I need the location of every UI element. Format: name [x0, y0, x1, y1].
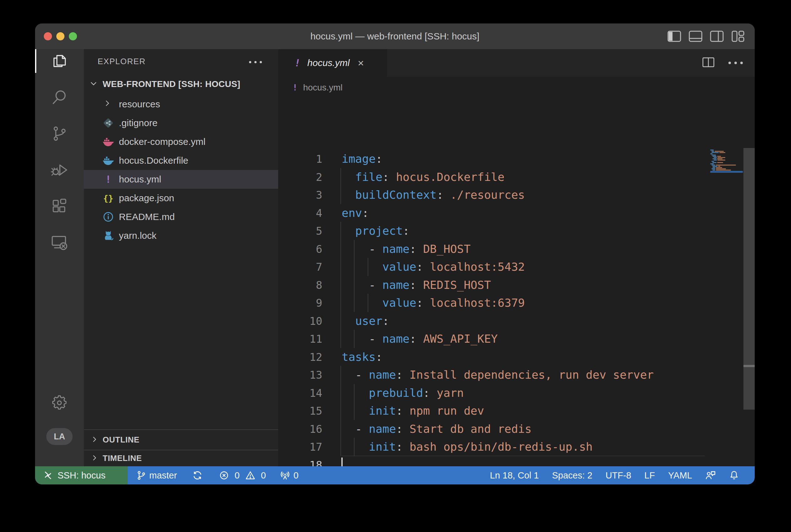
indentation[interactable]: Spaces: 2 — [552, 470, 592, 481]
status-bar: SSH: hocus master 0 0 — [35, 466, 755, 484]
code-line-6[interactable]: 6 - name: DB_HOST — [278, 240, 755, 258]
eol[interactable]: LF — [644, 470, 655, 481]
indent-guide — [341, 168, 341, 186]
activity-bar-search[interactable] — [35, 82, 84, 112]
indent-guide — [341, 222, 341, 240]
close-tab-icon[interactable]: × — [358, 58, 364, 68]
code-line-17[interactable]: 17 init: bash ops/bin/db-redis-up.sh — [278, 438, 755, 456]
indent-guide — [341, 258, 341, 276]
ports-indicator[interactable]: 0 — [280, 470, 298, 481]
tab-label: hocus.yml — [307, 58, 349, 68]
tab-hocus-yml[interactable]: ! hocus.yml × — [278, 49, 387, 77]
activity-bar-source-control[interactable] — [35, 119, 84, 149]
line-number: 4 — [278, 204, 322, 222]
file-name: package.json — [119, 193, 174, 204]
code-line-3[interactable]: 3 buildContext: ./resources — [278, 186, 755, 204]
file-name: docker-compose.yml — [119, 136, 206, 147]
line-number: 10 — [278, 312, 322, 330]
split-editor-icon[interactable] — [702, 57, 715, 69]
branch-indicator[interactable]: master — [136, 470, 177, 481]
code-line-13[interactable]: 13 - name: Install dependencies, run dev… — [278, 366, 755, 384]
sync-indicator[interactable] — [192, 470, 203, 481]
indent-guide — [341, 420, 341, 438]
line-content: project: — [342, 222, 410, 240]
docker-file-icon — [102, 154, 115, 167]
account-avatar[interactable]: LA — [46, 428, 73, 445]
code-line-16[interactable]: 16 - name: Start db and redis — [278, 420, 755, 438]
code-line-14[interactable]: 14 prebuild: yarn — [278, 384, 755, 402]
timeline-label: TIMELINE — [103, 453, 142, 463]
file-tree: resources.gitignoredocker-compose.ymlhoc… — [84, 95, 278, 245]
code-line-9[interactable]: 9 value: localhost:6379 — [278, 294, 755, 312]
chevron-right-icon — [91, 436, 98, 444]
code-line-1[interactable]: 1image: — [278, 150, 755, 168]
breadcrumb-file: hocus.yml — [303, 83, 343, 93]
tree-item-hocus-dockerfile[interactable]: hocus.Dockerfile — [84, 151, 278, 170]
toggle-sidebar-icon[interactable] — [667, 30, 681, 42]
explorer-more-actions-icon[interactable] — [249, 61, 262, 63]
code-line-12[interactable]: 12tasks: — [278, 348, 755, 366]
yaml-file-icon: ! — [102, 173, 115, 186]
tree-item-yarn-lock[interactable]: yarn.lock — [84, 226, 278, 245]
outline-section-header[interactable]: OUTLINE — [84, 429, 278, 450]
encoding[interactable]: UTF-8 — [605, 470, 631, 481]
tree-item-hocus-yml[interactable]: !hocus.yml — [84, 170, 278, 189]
line-number: 7 — [278, 258, 322, 276]
code-line-11[interactable]: 11 - name: AWS_API_KEY — [278, 330, 755, 348]
toggle-panel-icon[interactable] — [688, 30, 703, 42]
timeline-section-header[interactable]: TIMELINE — [84, 450, 278, 466]
indent-guide — [341, 312, 341, 330]
tree-item-docker-compose-yml[interactable]: docker-compose.yml — [84, 132, 278, 151]
problems-indicator[interactable]: 0 0 — [219, 470, 266, 481]
code-line-8[interactable]: 8 - name: REDIS_HOST — [278, 276, 755, 294]
activity-bar-extensions[interactable] — [35, 191, 84, 221]
settings-gear-icon[interactable] — [35, 389, 84, 417]
code-editor[interactable]: 1image:2 file: hocus.Dockerfile3 buildCo… — [278, 99, 755, 466]
git-file-icon — [102, 117, 115, 129]
remote-indicator[interactable]: SSH: hocus — [35, 466, 128, 484]
more-actions-icon[interactable] — [729, 62, 743, 64]
root-folder-label: WEB-FRONTEND [SSH: HOCUS] — [103, 79, 240, 89]
scrollbar-thumb[interactable] — [744, 148, 755, 410]
line-number: 5 — [278, 222, 322, 240]
code-line-2[interactable]: 2 file: hocus.Dockerfile — [278, 168, 755, 186]
feedback-icon[interactable] — [705, 470, 716, 481]
info-file-icon — [102, 211, 115, 223]
indent-guide — [341, 384, 341, 402]
code-line-10[interactable]: 10 user: — [278, 312, 755, 330]
tree-item-resources[interactable]: resources — [84, 95, 278, 114]
chevron-right-icon — [91, 454, 98, 463]
activity-bar-explorer[interactable] — [35, 46, 84, 76]
minimap[interactable] — [710, 150, 743, 244]
line-number: 14 — [278, 384, 322, 402]
breadcrumb[interactable]: ! hocus.yml — [278, 77, 755, 99]
line-number: 6 — [278, 240, 322, 258]
chevron-right-icon — [103, 99, 111, 110]
line-number: 15 — [278, 402, 322, 420]
code-line-7[interactable]: 7 value: localhost:5432 — [278, 258, 755, 276]
line-content: - name: REDIS_HOST — [342, 276, 491, 294]
line-content: init: bash ops/bin/db-redis-up.sh — [342, 438, 593, 456]
code-line-5[interactable]: 5 project: — [278, 222, 755, 240]
tree-item--gitignore[interactable]: .gitignore — [84, 114, 278, 132]
activity-bar-run-and-debug[interactable] — [35, 155, 84, 185]
line-content: - name: DB_HOST — [342, 240, 470, 258]
code-line-4[interactable]: 4env: — [278, 204, 755, 222]
tree-item-readme-md[interactable]: README.md — [84, 208, 278, 226]
layout-controls — [667, 23, 745, 49]
indent-guide — [341, 240, 341, 258]
code-line-15[interactable]: 15 init: npm run dev — [278, 402, 755, 420]
toggle-secondary-sidebar-icon[interactable] — [710, 30, 724, 42]
line-number: 13 — [278, 366, 322, 384]
line-number: 1 — [278, 150, 322, 168]
cursor-position[interactable]: Ln 18, Col 1 — [490, 470, 539, 481]
notifications-bell-icon[interactable] — [729, 470, 739, 480]
tree-item-package-json[interactable]: {}package.json — [84, 189, 278, 208]
language-mode[interactable]: YAML — [668, 470, 692, 481]
line-content: - name: AWS_API_KEY — [342, 330, 498, 348]
warning-count: 0 — [261, 470, 266, 481]
tree-root-folder[interactable]: WEB-FRONTEND [SSH: HOCUS] — [84, 75, 278, 94]
customize-layout-icon[interactable] — [731, 30, 745, 42]
activity-bar-remote-explorer[interactable] — [35, 228, 84, 258]
vscode-window: hocus.yml — web-frontend [SSH: hocus] — [35, 23, 755, 484]
